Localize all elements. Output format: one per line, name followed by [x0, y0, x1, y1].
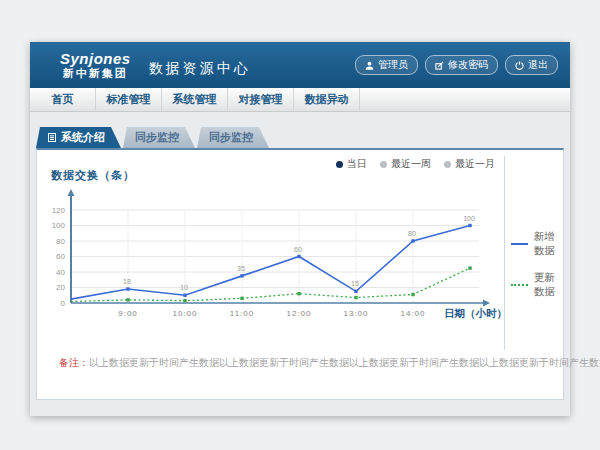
- range-label: 最近一月: [455, 157, 495, 171]
- chart-panel: 当日 最近一周 最近一月 数据交换（条） 0204060801001209:00…: [36, 148, 564, 400]
- power-icon: [515, 61, 524, 70]
- range-label: 当日: [347, 157, 367, 171]
- footnote-prefix: 备注：: [59, 357, 89, 368]
- svg-text:10:00: 10:00: [172, 309, 197, 318]
- svg-text:80: 80: [408, 230, 416, 237]
- series-label: 新增数据: [534, 230, 563, 258]
- svg-text:11:00: 11:00: [230, 309, 254, 318]
- admin-user-button[interactable]: 管理员: [355, 55, 418, 75]
- legend-item-updated-data[interactable]: 更新数据: [511, 271, 563, 299]
- company-logo: Synjones 新中新集团: [60, 51, 131, 80]
- svg-text:日期（小时）: 日期（小时）: [444, 307, 507, 320]
- tab-label: 同步监控: [135, 127, 179, 148]
- svg-text:60: 60: [294, 246, 302, 253]
- footnote-text: 以上数据更新于时间产生数据以上数据更新于时间产生数据以上数据更新于时间产生数据以…: [89, 357, 600, 368]
- nav-item-system-mgmt[interactable]: 系统管理: [162, 88, 228, 111]
- svg-text:13:00: 13:00: [343, 309, 368, 318]
- app-window: Synjones 新中新集团 数据资源中心 管理员 修改密码 退出 首页 标准管…: [30, 42, 570, 416]
- svg-text:35: 35: [237, 265, 245, 272]
- time-range-selector: 当日 最近一周 最近一月: [336, 157, 495, 171]
- main-nav: 首页 标准管理 系统管理 对接管理 数据异动: [30, 88, 570, 112]
- svg-text:12:00: 12:00: [286, 309, 311, 318]
- range-option-last-month[interactable]: 最近一月: [444, 157, 495, 171]
- series-legend: 新增数据 更新数据: [511, 230, 563, 299]
- nav-item-home[interactable]: 首页: [30, 88, 96, 111]
- edit-icon: [435, 61, 444, 70]
- content-area: 系统介绍 同步监控 同步监控 当日 最近一周 最近一月 数据交换（条） 0204…: [30, 112, 570, 400]
- svg-text:0: 0: [61, 299, 66, 308]
- logout-button[interactable]: 退出: [505, 55, 558, 75]
- nav-item-standard-mgmt[interactable]: 标准管理: [96, 88, 162, 111]
- range-option-today[interactable]: 当日: [336, 157, 367, 171]
- svg-text:40: 40: [56, 268, 65, 277]
- tab-label: 同步监控: [209, 127, 253, 148]
- tab-sync-monitor-2[interactable]: 同步监控: [197, 127, 269, 148]
- svg-text:20: 20: [56, 283, 65, 292]
- tab-sync-monitor-1[interactable]: 同步监控: [123, 127, 195, 148]
- svg-text:10: 10: [180, 284, 188, 291]
- svg-text:60: 60: [56, 252, 65, 261]
- logout-label: 退出: [528, 58, 548, 72]
- header: Synjones 新中新集团 数据资源中心 管理员 修改密码 退出: [30, 42, 570, 88]
- legend-item-new-data[interactable]: 新增数据: [511, 230, 563, 258]
- logo-brand-text: Synjones: [60, 51, 131, 68]
- tab-bar: 系统介绍 同步监控 同步监控: [36, 127, 564, 148]
- logo-company-name: 新中新集团: [60, 67, 131, 79]
- admin-user-label: 管理员: [378, 58, 408, 72]
- document-icon: [48, 133, 56, 142]
- tab-system-intro[interactable]: 系统介绍: [36, 127, 121, 148]
- nav-item-integration-mgmt[interactable]: 对接管理: [228, 88, 294, 111]
- range-label: 最近一周: [391, 157, 431, 171]
- tab-label: 系统介绍: [61, 127, 105, 148]
- svg-text:14:00: 14:00: [400, 309, 425, 318]
- series-label: 更新数据: [534, 271, 563, 299]
- svg-text:18: 18: [123, 278, 131, 285]
- header-actions: 管理员 修改密码 退出: [355, 55, 558, 75]
- range-option-last-week[interactable]: 最近一周: [380, 157, 431, 171]
- change-password-label: 修改密码: [448, 58, 488, 72]
- svg-text:80: 80: [56, 237, 65, 246]
- radio-dot-icon: [336, 161, 343, 168]
- dotted-line-icon: [511, 284, 528, 286]
- radio-dot-icon: [444, 161, 451, 168]
- svg-text:120: 120: [52, 206, 66, 215]
- radio-dot-icon: [380, 161, 387, 168]
- svg-text:9:00: 9:00: [118, 309, 138, 318]
- user-icon: [365, 61, 374, 70]
- solid-line-icon: [511, 243, 528, 245]
- svg-text:100: 100: [52, 221, 66, 230]
- page-title: 数据资源中心: [149, 52, 251, 78]
- change-password-button[interactable]: 修改密码: [425, 55, 498, 75]
- line-chart: 0204060801001209:0010:0011:0012:0013:001…: [39, 178, 519, 330]
- footnote: 备注：以上数据更新于时间产生数据以上数据更新于时间产生数据以上数据更新于时间产生…: [59, 356, 600, 370]
- svg-text:100: 100: [463, 215, 475, 222]
- svg-text:15: 15: [351, 280, 359, 287]
- nav-item-data-changes[interactable]: 数据异动: [294, 88, 360, 111]
